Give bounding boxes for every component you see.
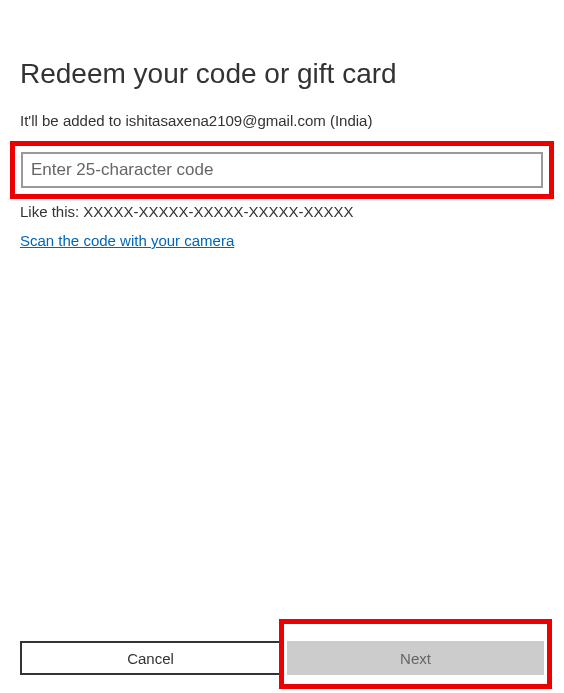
next-button[interactable]: Next [287, 641, 544, 675]
code-format-hint: Like this: XXXXX-XXXXX-XXXXX-XXXXX-XXXXX [20, 203, 544, 220]
cancel-button[interactable]: Cancel [20, 641, 281, 675]
button-row: Cancel Next [20, 641, 544, 675]
redeem-code-input[interactable] [21, 152, 543, 188]
input-annotation-highlight [10, 141, 554, 199]
scan-code-link[interactable]: Scan the code with your camera [20, 232, 234, 249]
account-info-text: It'll be added to ishitasaxena2109@gmail… [20, 112, 544, 129]
page-title: Redeem your code or gift card [20, 58, 544, 90]
